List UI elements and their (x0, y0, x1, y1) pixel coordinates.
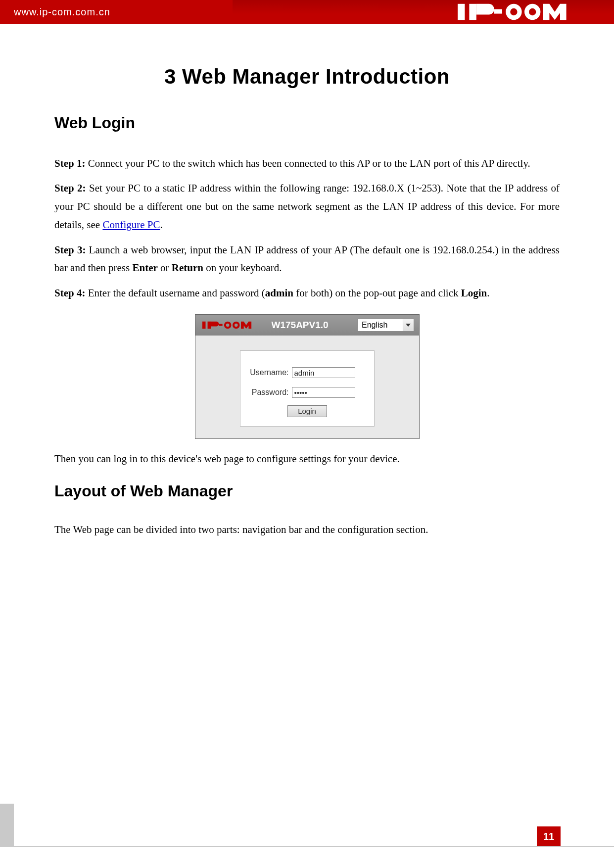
header-url: www.ip-com.com.cn (14, 6, 110, 18)
language-value: English (358, 318, 402, 332)
step-text: . (160, 219, 162, 231)
login-body: Username: admin Password: ••••• Login (195, 336, 419, 438)
login-button-row: Login (249, 405, 365, 417)
page-title: 3 Web Manager Introduction (54, 58, 560, 95)
brand-logo (455, 0, 603, 24)
section-heading-weblogin: Web Login (54, 109, 560, 137)
password-row: Password: ••••• (249, 386, 365, 399)
step-1: Step 1: Connect your PC to the switch wh… (54, 154, 560, 173)
return-key: Return (172, 262, 203, 274)
footer-divider (0, 846, 614, 847)
step-label: Step 3: (54, 244, 86, 256)
step-text: on your keyboard. (203, 262, 282, 274)
brand-logo-small (202, 320, 267, 330)
language-select[interactable]: English (357, 319, 414, 332)
login-literal: Login (461, 287, 487, 299)
svg-rect-5 (219, 324, 222, 326)
step-label: Step 2: (54, 182, 86, 194)
login-header-bar: W175APV1.0 English (195, 315, 419, 336)
username-input[interactable]: admin (292, 367, 355, 378)
svg-rect-0 (458, 4, 465, 20)
step-4: Step 4: Enter the default username and p… (54, 284, 560, 302)
step-2: Step 2: Set your PC to a static IP addre… (54, 179, 560, 234)
device-model: W175APV1.0 (272, 317, 358, 333)
step-label: Step 1: (54, 157, 85, 169)
admin-literal: admin (265, 287, 293, 299)
page-content: 3 Web Manager Introduction Web Login Ste… (0, 24, 614, 538)
login-button[interactable]: Login (287, 405, 327, 417)
configure-pc-link[interactable]: Configure PC (102, 219, 160, 231)
login-screenshot: W175APV1.0 English Username: admin Passw… (195, 314, 420, 439)
step-text: Launch a web browser, input the LAN IP a… (54, 244, 560, 274)
login-card: Username: admin Password: ••••• Login (240, 350, 375, 427)
password-input[interactable]: ••••• (292, 387, 355, 398)
step-text: . (487, 287, 489, 299)
step-text: for both) on the pop-out page and click (293, 287, 461, 299)
svg-rect-1 (469, 4, 476, 20)
step-text: Connect your PC to the switch which has … (85, 157, 530, 169)
after-figure-text: Then you can log in to this device's web… (54, 450, 560, 468)
section-heading-layout: Layout of Web Manager (54, 477, 560, 505)
username-label: Username: (249, 366, 292, 380)
page-number: 11 (537, 826, 561, 846)
svg-rect-4 (207, 321, 211, 329)
page-header: www.ip-com.com.cn (0, 0, 614, 24)
step-text: or (158, 262, 172, 274)
footer-accent-vertical (0, 804, 14, 846)
enter-key: Enter (132, 262, 157, 274)
layout-text: The Web page can be divided into two par… (54, 521, 560, 539)
dropdown-button[interactable] (403, 319, 414, 331)
step-label: Step 4: (54, 287, 85, 299)
step-text: Enter the default username and password … (85, 287, 265, 299)
chevron-down-icon (406, 324, 411, 327)
svg-rect-2 (494, 9, 502, 14)
svg-rect-3 (202, 321, 206, 329)
password-label: Password: (249, 386, 292, 399)
username-row: Username: admin (249, 366, 365, 380)
step-3: Step 3: Launch a web browser, input the … (54, 241, 560, 278)
